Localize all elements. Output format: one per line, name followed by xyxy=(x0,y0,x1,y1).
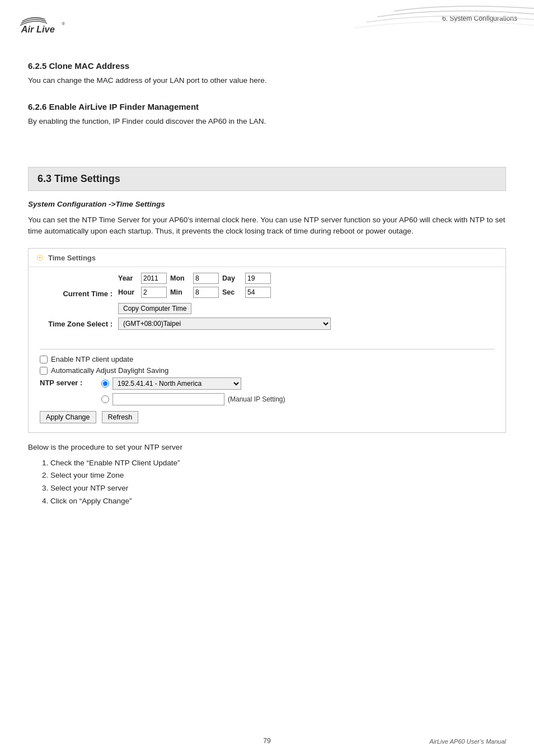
ntp-preset-radio[interactable] xyxy=(101,380,109,388)
ntp-option-manual-row: (Manual IP Setting) xyxy=(101,393,285,405)
list-item: Select your NTP server xyxy=(50,482,506,495)
nav-label: System Configuration ->Time Settings xyxy=(28,199,506,210)
list-item: Select your time Zone xyxy=(50,469,506,482)
apply-change-button[interactable]: Apply Change xyxy=(40,411,96,423)
svg-text:®: ® xyxy=(62,21,65,26)
list-item: Check the “Enable NTP Client Update” xyxy=(50,457,506,470)
section-33-header: 6.3 Time Settings xyxy=(28,167,506,191)
ts-header-label: Time Settings xyxy=(48,254,96,262)
enable-ntp-row: Enable NTP client update xyxy=(40,355,494,363)
min-input[interactable] xyxy=(193,287,219,298)
ntp-manual-label: (Manual IP Setting) xyxy=(228,395,285,403)
section-33-title: 6.3 Time Settings xyxy=(38,173,496,185)
sec-input[interactable] xyxy=(245,287,271,298)
enable-ntp-checkbox[interactable] xyxy=(40,356,48,363)
section-625-desc: You can change the MAC address of your L… xyxy=(28,75,506,86)
ntp-option-preset-row: 192.5.41.41 - North America xyxy=(101,377,285,390)
section-33-desc: You can set the NTP Time Server for your… xyxy=(28,214,506,237)
ts-header: ☉ Time Settings xyxy=(29,249,505,267)
timezone-label: Time Zone Select : xyxy=(40,320,113,328)
svg-text:Air Live: Air Live xyxy=(21,24,55,34)
btn-row: Apply Change Refresh xyxy=(29,405,505,423)
current-time-label: Current Time : xyxy=(40,290,113,298)
daylight-checkbox[interactable] xyxy=(40,367,48,375)
ntp-server-row: NTP server : 192.5.41.41 - North America… xyxy=(40,377,494,405)
time-fields: Year Mon Day Hour Min Sec xyxy=(118,273,271,314)
mon-label: Mon xyxy=(170,274,190,282)
current-time-row: Current Time : Year Mon Day Hour xyxy=(40,273,494,314)
mon-input[interactable] xyxy=(193,273,219,284)
ntp-server-select[interactable]: 192.5.41.41 - North America xyxy=(113,377,241,390)
ntp-manual-input[interactable] xyxy=(113,393,224,405)
logo: Air Live ® xyxy=(17,10,84,40)
copy-computer-time-button[interactable]: Copy Computer Time xyxy=(118,303,191,314)
procedure-list: Check the “Enable NTP Client Update” Sel… xyxy=(50,457,506,508)
section-626-title: 6.2.6 Enable AirLive IP Finder Managemen… xyxy=(28,102,506,111)
main-content: 6.2.5 Clone MAC Address You can change t… xyxy=(0,40,534,525)
day-label: Day xyxy=(222,274,242,282)
refresh-button[interactable]: Refresh xyxy=(102,411,139,423)
ntp-manual-radio[interactable] xyxy=(101,395,109,403)
day-input[interactable] xyxy=(245,273,271,284)
ymd-row: Year Mon Day xyxy=(118,273,271,284)
year-label: Year xyxy=(118,274,138,282)
procedure-section: Below is the procedure to set your NTP s… xyxy=(28,442,506,508)
hour-input[interactable] xyxy=(141,287,167,298)
procedure-intro: Below is the procedure to set your NTP s… xyxy=(28,442,506,453)
ntp-server-label: NTP server : xyxy=(40,377,96,387)
manual-label: AirLive AP60 User’s Manual xyxy=(429,738,506,745)
time-settings-box: ☉ Time Settings Current Time : Year Mon … xyxy=(28,248,506,433)
year-input[interactable] xyxy=(141,273,167,284)
enable-ntp-label: Enable NTP client update xyxy=(51,355,133,363)
sec-label: Sec xyxy=(222,288,242,296)
ts-body: Current Time : Year Mon Day Hour xyxy=(29,267,505,339)
section-626-desc: By enabling the function, IP Finder coul… xyxy=(28,116,506,127)
timezone-select[interactable]: (GMT+08:00)Taipei xyxy=(118,318,331,330)
section-625-title: 6.2.5 Clone MAC Address xyxy=(28,61,506,71)
timezone-row: Time Zone Select : (GMT+08:00)Taipei xyxy=(40,318,494,330)
ntp-options: 192.5.41.41 - North America (Manual IP S… xyxy=(101,377,285,405)
ntp-section: Enable NTP client update Automatically A… xyxy=(29,339,505,405)
list-item: Click on “Apply Change” xyxy=(50,495,506,508)
daylight-label: Automatically Adjust Daylight Saving xyxy=(51,366,168,375)
min-label: Min xyxy=(170,288,190,296)
header-decoration xyxy=(310,0,534,45)
airlive-logo: Air Live ® xyxy=(17,10,78,38)
hms-row: Hour Min Sec xyxy=(118,287,271,298)
copy-time-row: Copy Computer Time xyxy=(118,301,271,314)
page-number: 79 xyxy=(263,737,270,745)
daylight-saving-row: Automatically Adjust Daylight Saving xyxy=(40,366,494,375)
radio-icon: ☉ xyxy=(36,253,44,262)
hour-label: Hour xyxy=(118,288,138,296)
